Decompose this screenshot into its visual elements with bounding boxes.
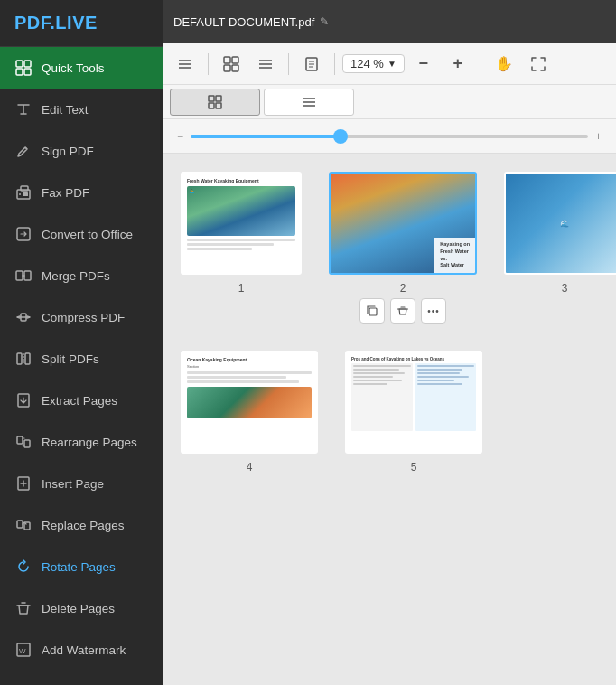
- page-thumbnail-5[interactable]: Pros and Cons of Kayaking on Lakes vs Oc…: [345, 351, 482, 454]
- svg-rect-41: [216, 103, 221, 108]
- page-properties-button[interactable]: [296, 49, 327, 80]
- sidebar-item-label: Merge PDFs: [42, 269, 110, 283]
- page-thumbnail-4[interactable]: Ocean Kayaking Equipment Section: [181, 351, 318, 454]
- fit-page-button[interactable]: [523, 49, 554, 80]
- zoom-slider-max-icon: +: [595, 130, 602, 143]
- svg-rect-0: [16, 61, 23, 67]
- page-2-more-button[interactable]: •••: [421, 298, 446, 324]
- sidebar-item-rotate-pages[interactable]: Rotate Pages: [0, 546, 163, 587]
- svg-rect-2: [16, 69, 23, 75]
- sidebar-item-label: Compress PDF: [42, 311, 125, 324]
- fax-icon: [14, 183, 33, 202]
- svg-rect-20: [17, 521, 23, 528]
- pages-content: Fresh Water Kayaking Equipment 🚣: [163, 154, 616, 685]
- page-number-5: 5: [411, 461, 417, 474]
- sidebar-item-compress-pdf[interactable]: Compress PDF: [0, 296, 163, 338]
- svg-rect-27: [224, 57, 230, 63]
- svg-text:W: W: [19, 647, 26, 655]
- watermark-icon: W: [14, 641, 33, 659]
- sidebar-item-rearrange-pages[interactable]: Rearrange Pages: [0, 421, 163, 463]
- sidebar-item-label: Delete Pages: [42, 602, 115, 615]
- hand-tool-button[interactable]: ✋: [489, 49, 519, 80]
- svg-rect-5: [21, 186, 28, 191]
- sidebar: PDF.LIVE Quick Tools Edit Text: [0, 0, 163, 685]
- zoom-slider-fill: [191, 135, 341, 138]
- zoom-out-button[interactable]: −: [408, 49, 439, 80]
- svg-rect-30: [232, 65, 238, 71]
- sidebar-item-label: Edit Text: [42, 103, 89, 117]
- page-number-1: 1: [238, 282, 245, 295]
- sidebar-item-extract-pages[interactable]: Extract Pages: [0, 380, 163, 421]
- page-number-3: 3: [562, 282, 568, 295]
- sidebar-item-insert-page[interactable]: Insert Page: [0, 463, 163, 504]
- zoom-level: 124 %: [350, 57, 384, 70]
- sidebar-item-label: Rearrange Pages: [42, 436, 137, 449]
- svg-point-6: [19, 193, 21, 195]
- sidebar-item-merge-pdfs[interactable]: Merge PDFs: [0, 255, 163, 296]
- sidebar-item-label: Quick Tools: [42, 61, 105, 75]
- page-number-4: 4: [247, 461, 253, 474]
- sidebar-item-delete-pages[interactable]: Delete Pages: [0, 587, 163, 629]
- app-logo: PDF.LIVE: [0, 0, 163, 47]
- sidebar-item-label: Insert Page: [42, 477, 104, 491]
- view-tabs: [163, 85, 616, 119]
- sidebar-item-label: Replace Pages: [42, 519, 125, 532]
- svg-rect-17: [17, 436, 23, 444]
- svg-rect-9: [16, 271, 23, 280]
- svg-rect-45: [369, 308, 377, 315]
- sidebar-item-fax-pdf[interactable]: Fax PDF: [0, 172, 163, 213]
- toolbar-separator-4: [481, 53, 481, 75]
- sidebar-item-split-pdfs[interactable]: Split PDFs: [0, 338, 163, 380]
- toolbar-separator-3: [334, 53, 335, 75]
- svg-rect-13: [17, 353, 22, 364]
- toolbar-separator-2: [288, 53, 289, 75]
- svg-rect-40: [209, 103, 214, 108]
- page-row-1: Fresh Water Kayaking Equipment 🚣: [181, 172, 616, 324]
- convert-icon: [14, 225, 33, 243]
- page-number-2: 2: [400, 282, 406, 295]
- page-row-2: Ocean Kayaking Equipment Section: [181, 351, 482, 474]
- zoom-slider-thumb[interactable]: [333, 129, 348, 144]
- page-item-4: Ocean Kayaking Equipment Section: [181, 351, 318, 474]
- insert-icon: [14, 474, 33, 493]
- page-thumbnail-2[interactable]: Kayaking onFresh Watervs.Salt Water: [329, 172, 477, 275]
- page-thumbnail-1[interactable]: Fresh Water Kayaking Equipment 🚣: [181, 172, 302, 275]
- edit-filename-icon[interactable]: ✎: [320, 15, 329, 28]
- page-2-copy-button[interactable]: [359, 298, 385, 324]
- svg-rect-18: [24, 440, 30, 447]
- svg-rect-39: [216, 96, 221, 101]
- document-filename: DEFAULT DOCUMENT.pdf ✎: [173, 15, 329, 29]
- svg-rect-7: [23, 192, 28, 196]
- rearrange-icon: [14, 433, 33, 451]
- page-thumbnail-3[interactable]: 🌊: [504, 172, 616, 275]
- sidebar-item-label: Fax PDF: [42, 186, 89, 200]
- toolbar: 124 % ▼ − + ✋: [163, 43, 616, 85]
- grid-view-tab[interactable]: [170, 89, 260, 116]
- sidebar-item-replace-pages[interactable]: Replace Pages: [0, 504, 163, 546]
- page-2-delete-button[interactable]: [390, 298, 415, 324]
- zoom-control[interactable]: 124 % ▼: [342, 54, 405, 73]
- zoom-in-button[interactable]: +: [443, 49, 473, 80]
- sidebar-item-label: Sign PDF: [42, 145, 94, 158]
- zoom-slider-min-icon: −: [177, 130, 183, 143]
- delete-icon: [14, 599, 33, 617]
- sidebar-item-convert-to-office[interactable]: Convert to Office: [0, 213, 163, 255]
- sidebar-item-edit-text[interactable]: Edit Text: [0, 89, 163, 130]
- sidebar-item-add-watermark[interactable]: W Add Watermark: [0, 629, 163, 671]
- split-icon: [14, 350, 33, 368]
- sidebar-item-sign-pdf[interactable]: Sign PDF: [0, 130, 163, 172]
- list-view-button[interactable]: [250, 49, 281, 80]
- page-item-5: Pros and Cons of Kayaking on Lakes vs Oc…: [345, 351, 482, 474]
- sidebar-item-quick-tools[interactable]: Quick Tools: [0, 47, 163, 89]
- zoom-slider-track[interactable]: [191, 135, 588, 138]
- zoom-dropdown-icon: ▼: [387, 59, 397, 69]
- extract-icon: [14, 391, 33, 409]
- thumbnail-view-button[interactable]: [216, 49, 247, 80]
- toolbar-separator-1: [208, 53, 209, 75]
- menu-button[interactable]: [170, 49, 201, 80]
- grid-icon: [14, 59, 33, 77]
- list-view-tab[interactable]: [264, 89, 354, 116]
- zoom-slider-bar: − +: [163, 119, 616, 154]
- topbar: DEFAULT DOCUMENT.pdf ✎: [163, 0, 616, 43]
- svg-rect-38: [209, 96, 214, 101]
